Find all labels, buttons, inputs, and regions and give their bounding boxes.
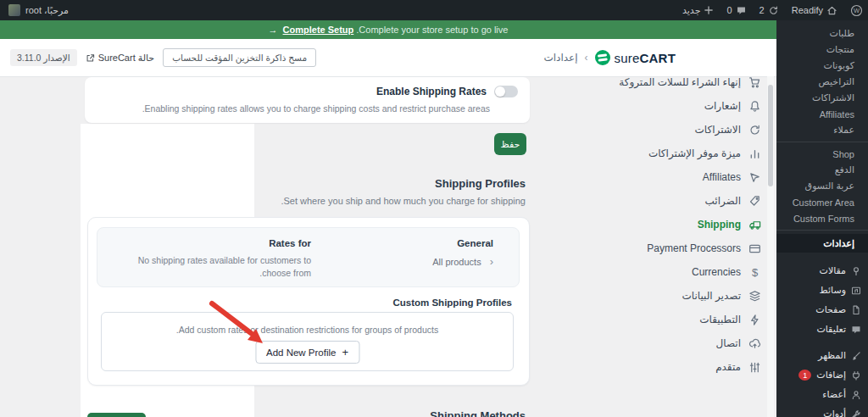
all-products-link[interactable]: All products › <box>432 255 493 268</box>
comment-bubble-icon <box>736 5 747 16</box>
settings-nav-subscription-saver[interactable]: ميزة موفر الإشتراكات <box>585 142 761 165</box>
settings-nav: إنهاء الشراء للسلات المتروكة إشعارات الا… <box>585 70 761 379</box>
sidebar-item-coupons[interactable]: كوبونات <box>776 58 868 74</box>
settings-nav-affiliates[interactable]: Affiliates <box>585 165 761 189</box>
enable-shipping-description: .Enabling shipping rates allows you to c… <box>142 103 490 114</box>
plugin-icon <box>851 370 861 381</box>
site-name-link[interactable]: Readify <box>792 5 837 16</box>
plus-icon: + <box>342 347 348 358</box>
sidebar-item-orders[interactable]: طلبات <box>776 25 868 42</box>
toggle-knob <box>495 86 505 97</box>
layers-icon <box>748 290 761 303</box>
sidebar-item-comments[interactable]: تعليقات <box>776 320 868 339</box>
comments-count: 0 <box>726 5 732 15</box>
bell-icon <box>748 100 761 113</box>
sidebar-item-plugins[interactable]: إضافات 1 <box>776 365 868 385</box>
sidebar-item-affiliates[interactable]: Affiliates <box>776 106 868 122</box>
cart-icon <box>748 76 761 89</box>
sidebar-item-shop[interactable]: Shop <box>776 146 868 162</box>
header-actions-group: الإصدار 3.11.0 حالة SureCart مسح ذاكرة ا… <box>10 39 316 76</box>
sidebar-item-customer-area[interactable]: Customer Area <box>776 194 868 210</box>
sidebar-item-media[interactable]: وسائط <box>776 281 868 300</box>
version-badge: الإصدار 3.11.0 <box>10 49 77 66</box>
new-content-link[interactable]: جديد <box>682 5 714 16</box>
sidebar-item-subscriptions[interactable]: الاشتراكات <box>776 90 868 106</box>
add-new-profile-button[interactable]: Add New Profile + <box>255 341 359 364</box>
settings-nav-shipping[interactable]: Shipping <box>585 213 761 236</box>
admin-bar-right-group: W Readify 2 0 <box>682 0 863 20</box>
external-link-icon <box>86 53 95 63</box>
scrollbar-thumb[interactable] <box>768 85 773 186</box>
save-button[interactable]: حفظ <box>494 133 526 155</box>
settings-nav-advanced[interactable]: متقدم <box>585 355 761 379</box>
sidebar-item-users[interactable]: أعضاء <box>776 385 868 404</box>
brush-icon <box>851 351 861 361</box>
bottom-save-button-partial[interactable] <box>87 413 146 417</box>
sidebar-item-appearance[interactable]: المظهر <box>776 346 868 365</box>
enable-shipping-toggle[interactable] <box>494 86 518 97</box>
surecart-logo-text: sureCART <box>615 51 676 65</box>
general-title: General <box>432 238 493 248</box>
chevron-right-icon: › <box>490 255 493 268</box>
settings-nav-subscriptions[interactable]: الاشتراكات <box>585 118 761 142</box>
breadcrumb-current[interactable]: إعدادات <box>543 52 577 64</box>
dollar-icon: $ <box>748 266 761 279</box>
site-name: Readify <box>792 5 823 15</box>
settings-nav-taxes[interactable]: الضرائب <box>585 189 761 213</box>
new-label: جديد <box>682 5 700 16</box>
settings-nav-export-data[interactable]: تصدير البيانات <box>585 284 761 308</box>
wordpress-menu[interactable]: W <box>850 4 863 17</box>
screen: W Readify 2 0 <box>0 0 868 417</box>
custom-profiles-description: .Add custom rates or destination restric… <box>102 325 513 335</box>
comment-icon <box>851 325 861 335</box>
sidebar-item-checkout[interactable]: الدفع <box>776 162 868 178</box>
updates-count: 2 <box>760 5 765 15</box>
sidebar-item-settings-active[interactable]: إعدادات <box>776 234 868 253</box>
breadcrumb-separator: › <box>585 52 588 64</box>
shipping-profiles-subtitle: .Set where you ship and how much you cha… <box>170 196 526 206</box>
custom-shipping-profiles-title: Custom Shipping Profiles <box>392 297 512 308</box>
sliders-icon <box>748 361 761 374</box>
page-icon <box>851 305 861 315</box>
howdy-text: مرحبًا، root <box>25 5 69 16</box>
sidebar-item-customers[interactable]: عملاء <box>776 122 868 138</box>
settings-nav-notifications[interactable]: إشعارات <box>585 94 761 118</box>
comments-link[interactable]: 0 <box>726 5 746 16</box>
complete-setup-link[interactable]: Complete Setup <box>283 25 354 35</box>
pin-icon <box>851 266 861 276</box>
complete-setup-banner: → Complete Setup .Complete your store se… <box>0 20 776 39</box>
settings-nav-payment-processors[interactable]: Payment Processors <box>585 236 761 260</box>
sidebar-item-licenses[interactable]: التراخيص <box>776 74 868 90</box>
settings-nav-abandoned-checkout[interactable]: إنهاء الشراء للسلات المتروكة <box>585 70 761 94</box>
surecart-status-link[interactable]: حالة SureCart <box>86 53 155 64</box>
card-icon <box>748 242 761 255</box>
wordpress-logo-icon: W <box>850 4 863 17</box>
updates-link[interactable]: 2 <box>760 5 779 16</box>
shipping-methods-title-partial: Shipping Methods <box>254 409 526 417</box>
bolt-icon <box>748 314 761 326</box>
sidebar-item-tools[interactable]: أدوات <box>776 404 868 417</box>
general-column: General All products › <box>432 238 493 268</box>
wp-sidebar: طلبات منتجات كوبونات التراخيص الاشتراكات… <box>776 20 868 417</box>
plus-icon <box>704 5 714 15</box>
sidebar-item-pages[interactable]: صفحات <box>776 300 868 320</box>
sidebar-item-posts[interactable]: مقالات <box>776 261 868 281</box>
media-icon <box>851 286 861 296</box>
my-account-link[interactable]: مرحبًا، root <box>8 0 69 20</box>
sidebar-item-cart[interactable]: عربة التسوق <box>776 178 868 194</box>
surecart-logo[interactable]: sureCART <box>595 50 676 65</box>
settings-nav-currencies[interactable]: $ Currencies <box>585 260 761 284</box>
shipping-profiles-card: General All products › Rates for No ship… <box>87 217 530 386</box>
enable-shipping-label: Enable Shipping Rates <box>376 86 487 97</box>
wrench-icon <box>851 409 861 417</box>
general-profile-row[interactable]: General All products › Rates for No ship… <box>97 227 520 287</box>
tag-icon <box>748 195 761 208</box>
enable-shipping-card: Enable Shipping Rates .Enabling shipping… <box>85 77 530 123</box>
settings-nav-connection[interactable]: اتصال <box>585 331 761 355</box>
sidebar-item-products[interactable]: منتجات <box>776 42 868 58</box>
surecart-logo-icon <box>595 50 610 65</box>
sidebar-item-custom-forms[interactable]: Custom Forms <box>776 210 868 226</box>
clear-cache-button[interactable]: مسح ذاكرة التخزين المؤقت للحساب <box>163 48 316 67</box>
settings-nav-apps[interactable]: التطبيقات <box>585 308 761 331</box>
sidebar-divider <box>776 142 868 142</box>
